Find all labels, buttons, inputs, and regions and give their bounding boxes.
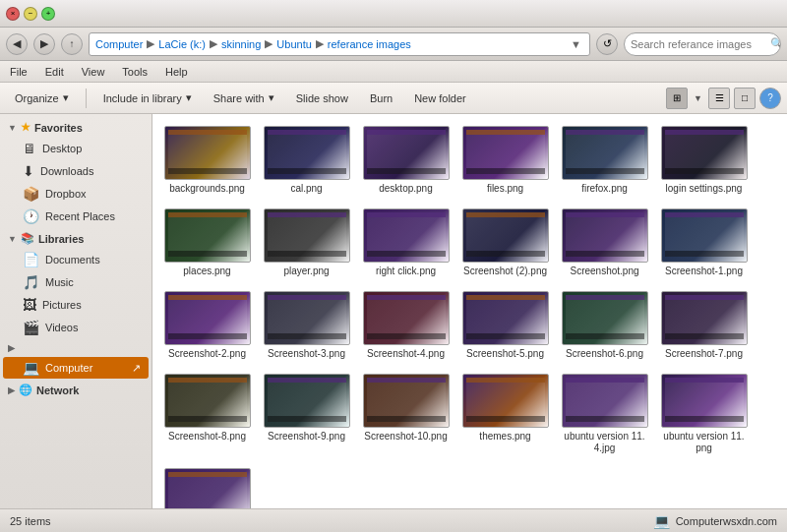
file-item[interactable]: Screenshot-1.png bbox=[657, 205, 751, 281]
menu-edit[interactable]: Edit bbox=[41, 64, 68, 80]
share-button[interactable]: Share with ▾ bbox=[205, 87, 283, 110]
file-item[interactable]: files.png bbox=[458, 122, 552, 199]
file-item[interactable]: ubuntu version 11.png bbox=[657, 370, 751, 458]
newfolder-label: New folder bbox=[414, 92, 466, 104]
file-item[interactable]: desktop.png bbox=[359, 122, 453, 199]
search-input[interactable] bbox=[631, 38, 766, 50]
file-item[interactable]: ubuntu version 11.4.jpg bbox=[558, 370, 651, 458]
favorites-header[interactable]: ▼ ★ Favorites bbox=[0, 118, 151, 137]
menu-view[interactable]: View bbox=[78, 64, 109, 80]
minimize-button[interactable]: − bbox=[24, 7, 37, 21]
sidebar-item-pictures[interactable]: 🖼 Pictures bbox=[3, 294, 149, 316]
network-arrow: ▶ bbox=[8, 385, 15, 395]
file-item[interactable]: Screenshot-5.png bbox=[458, 287, 552, 364]
network-label: Network bbox=[36, 384, 79, 396]
file-thumbnail bbox=[264, 291, 350, 345]
burn-button[interactable]: Burn bbox=[361, 87, 401, 110]
help-button[interactable]: ? bbox=[759, 88, 781, 109]
refresh-button[interactable]: ↺ bbox=[596, 33, 618, 55]
file-item[interactable]: backgrounds.png bbox=[160, 122, 254, 199]
maximize-button[interactable]: + bbox=[41, 7, 55, 21]
file-item[interactable]: Screenshot-10.png bbox=[359, 370, 453, 458]
file-item[interactable]: Screenshot-8.png bbox=[160, 370, 254, 458]
file-item[interactable]: Screenshot.png bbox=[558, 205, 651, 281]
file-name: files.png bbox=[487, 183, 523, 195]
file-name: places.png bbox=[183, 266, 230, 277]
network-icon: 🌐 bbox=[19, 384, 32, 396]
file-thumbnail bbox=[661, 374, 748, 428]
sidebar-item-recent[interactable]: 🕐 Recent Places bbox=[3, 206, 149, 227]
file-item[interactable]: Screenshot-2.png bbox=[160, 287, 254, 364]
include-dropdown-icon: ▾ bbox=[186, 91, 192, 104]
file-item[interactable]: themes.png bbox=[458, 370, 552, 458]
file-name: Screenshot-2.png bbox=[168, 348, 246, 360]
file-item[interactable]: right click.png bbox=[359, 205, 453, 281]
file-item[interactable]: Screenshot-9.png bbox=[260, 370, 353, 458]
status-right: 💻 Computerwsxdn.com bbox=[653, 513, 777, 529]
file-item[interactable]: firefox.png bbox=[558, 122, 651, 199]
file-thumbnail bbox=[562, 291, 648, 345]
file-name: firefox.png bbox=[581, 183, 628, 195]
sidebar-item-music[interactable]: 🎵 Music bbox=[3, 271, 149, 293]
file-item[interactable]: Screenshot-4.png bbox=[359, 287, 453, 364]
libraries-header[interactable]: ▼ 📚 Libraries bbox=[0, 229, 151, 248]
items-count: 25 items bbox=[10, 515, 51, 527]
search-bar: 🔍 bbox=[624, 32, 781, 56]
file-item[interactable]: cal.png bbox=[260, 122, 353, 199]
file-item[interactable]: Screenshot-6.png bbox=[558, 287, 651, 364]
view-large-icon[interactable]: ⊞ bbox=[666, 88, 688, 109]
back-button[interactable]: ◀ bbox=[6, 33, 28, 55]
newfolder-button[interactable]: New folder bbox=[405, 87, 475, 110]
favorites-section: ▼ ★ Favorites 🖥 Desktop ⬇ Downloads 📦 Dr… bbox=[0, 118, 151, 227]
file-item[interactable]: Screenshot-3.png bbox=[260, 287, 353, 364]
breadcrumb-referance[interactable]: referance images bbox=[328, 38, 411, 50]
file-item[interactable]: player.png bbox=[260, 205, 353, 281]
file-thumbnail bbox=[164, 208, 251, 263]
menu-tools[interactable]: Tools bbox=[118, 64, 151, 80]
file-name: desktop.png bbox=[379, 183, 433, 195]
sidebar-item-downloads[interactable]: ⬇ Downloads bbox=[3, 160, 149, 182]
view-options: ⊞ ▼ ☰ □ ? bbox=[666, 88, 781, 109]
view-preview[interactable]: □ bbox=[734, 88, 756, 109]
sidebar: ▼ ★ Favorites 🖥 Desktop ⬇ Downloads 📦 Dr… bbox=[0, 114, 152, 508]
organize-button[interactable]: Organize ▾ bbox=[6, 87, 78, 110]
file-item[interactable]: Screenshot (2).png bbox=[458, 205, 552, 281]
computer-status-label: Computerwsxdn.com bbox=[676, 515, 777, 527]
file-thumbnail bbox=[462, 208, 549, 263]
organize-label: Organize bbox=[15, 92, 59, 104]
sidebar-item-videos[interactable]: 🎬 Videos bbox=[3, 317, 149, 338]
computer-header[interactable]: ▶ bbox=[0, 340, 151, 356]
file-item[interactable]: places.png bbox=[160, 205, 254, 281]
network-header[interactable]: ▶ 🌐 Network bbox=[0, 381, 151, 399]
file-name: Screenshot (2).png bbox=[463, 266, 547, 277]
forward-button[interactable]: ▶ bbox=[33, 33, 55, 55]
close-button[interactable]: × bbox=[6, 7, 20, 21]
computer-section: ▶ 💻 Computer ↗ bbox=[0, 340, 151, 379]
breadcrumb-computer[interactable]: Computer bbox=[95, 38, 143, 50]
sidebar-item-desktop[interactable]: 🖥 Desktop bbox=[3, 138, 149, 159]
file-thumbnail bbox=[164, 468, 251, 508]
sidebar-item-dropbox[interactable]: 📦 Dropbox bbox=[3, 183, 149, 205]
include-button[interactable]: Include in library ▾ bbox=[94, 87, 201, 110]
breadcrumb-ubuntu[interactable]: Ubuntu bbox=[276, 38, 311, 50]
up-button[interactable]: ↑ bbox=[61, 33, 83, 55]
breadcrumb-skinning[interactable]: skinning bbox=[221, 38, 261, 50]
file-item[interactable]: login settings.png bbox=[657, 122, 751, 199]
slideshow-button[interactable]: Slide show bbox=[287, 87, 357, 110]
breadcrumb-bar[interactable]: Computer ▶ LaCie (k:) ▶ skinning ▶ Ubunt… bbox=[89, 32, 590, 56]
file-name: login settings.png bbox=[666, 183, 743, 195]
breadcrumb-lacie[interactable]: LaCie (k:) bbox=[158, 38, 206, 50]
menu-help[interactable]: Help bbox=[161, 64, 192, 80]
sidebar-item-documents[interactable]: 📄 Documents bbox=[3, 249, 149, 270]
file-item[interactable]: Screenshot-7.png bbox=[657, 287, 751, 364]
menu-file[interactable]: File bbox=[6, 64, 31, 80]
file-name: cal.png bbox=[290, 183, 322, 195]
view-details[interactable]: ☰ bbox=[708, 88, 730, 109]
documents-label: Documents bbox=[45, 254, 100, 266]
view-dropdown[interactable]: ▼ bbox=[694, 93, 702, 103]
file-thumbnail bbox=[164, 291, 251, 345]
cursor-indicator: ↗ bbox=[132, 362, 141, 375]
file-thumbnail bbox=[264, 208, 350, 263]
file-item[interactable]: backgrounds-2.png bbox=[160, 464, 254, 508]
sidebar-item-computer[interactable]: 💻 Computer ↗ bbox=[3, 357, 149, 379]
